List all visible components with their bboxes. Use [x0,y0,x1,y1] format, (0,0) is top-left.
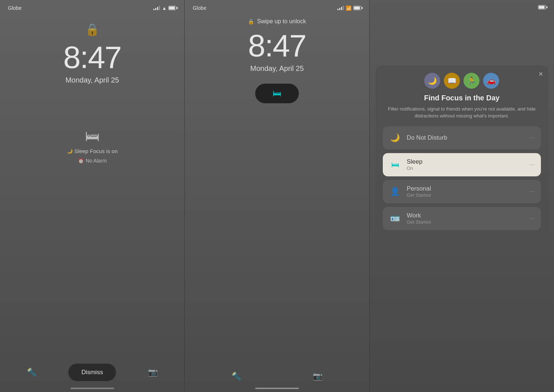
status-icons-1: ▲ [153,5,176,11]
focus-item-icon-dnd: 🌙 [389,131,402,144]
focus-item-name-dnd: Do Not Disturb [407,134,525,141]
carrier-label-1: Globe [8,5,21,11]
focus-item-name-personal: Personal [407,185,525,192]
panel-swipe-unlock: Globe 📶 🔒 Swipe up to unlock 8:47 Monday… [185,0,369,392]
focus-item-work[interactable]: 🪪 Work Get Started ··· [383,207,541,230]
focus-icon-dnd[interactable]: 🌙 [424,73,440,89]
focus-item-sub-sleep: On [407,165,525,171]
status-icons-3 [538,5,546,9]
focus-item-more-sleep[interactable]: ··· [530,161,535,168]
focus-item-text-sleep: Sleep On [407,158,525,171]
date-display-1: Monday, April 25 [65,76,119,84]
flashlight-icon-2[interactable]: 🔦 [232,372,241,381]
close-button[interactable]: ✕ [538,71,543,77]
battery-icon-2 [353,6,361,10]
home-indicator-1 [71,388,114,389]
moon-icon-1: 🌙 [67,148,73,154]
camera-icon-2[interactable]: 📷 [313,372,322,381]
alarm-label: ⏰ No Alarm [78,158,107,164]
bottom-bar-2: 🔦 📷 [185,372,369,381]
sleep-section: 🛏 🌙 Sleep Focus is on ⏰ No Alarm [67,128,118,164]
panel-lock-screen: Globe ▲ 🔒 8:47 Monday, April 25 🛏 🌙 Slee… [0,0,184,392]
status-icons-2: 📶 [337,5,361,11]
focus-item-icon-work: 🪪 [389,212,402,225]
focus-item-text-dnd: Do Not Disturb [407,134,525,141]
swipe-unlock-label: 🔒 Swipe up to unlock [248,18,306,25]
status-bar-1: Globe ▲ [0,0,184,11]
focus-list: 🌙 Do Not Disturb ··· 🛏 Sleep On ··· 👤 [383,126,541,235]
focus-item-more-personal[interactable]: ··· [530,188,535,195]
battery-icon-3 [538,5,546,9]
bed-icon-1: 🛏 [85,128,100,144]
wifi-icon-2: 📶 [346,5,352,11]
focus-item-sleep[interactable]: 🛏 Sleep On ··· [383,153,541,176]
home-indicator-2 [255,388,299,389]
lock-icon-1: 🔒 [85,23,100,36]
wifi-icon-1: ▲ [162,5,166,11]
focus-item-dnd[interactable]: 🌙 Do Not Disturb ··· [383,126,541,149]
signal-icon-2 [337,6,344,10]
focus-item-icon-personal: 👤 [389,185,402,198]
focus-mode-icons-row: 🌙 📖 🏃 🚗 [383,73,541,89]
dismiss-button[interactable]: Dismiss [68,364,116,381]
focus-card: ✕ 🌙 📖 🏃 🚗 Find Focus in the Day Filter n… [376,65,548,235]
alarm-icon: ⏰ [78,158,84,164]
bed-icon-toggle: 🛏 [273,88,281,99]
bottom-bar-1: 🔦 Dismiss 📷 [0,364,184,381]
focus-item-name-sleep: Sleep [407,158,525,165]
sleep-toggle-pill[interactable]: 🛏 [255,84,299,103]
focus-item-sub-work: Get Started [407,219,525,225]
lock-icon-2: 🔒 [248,19,254,24]
focus-item-more-dnd[interactable]: ··· [530,134,535,141]
focus-item-text-work: Work Get Started [407,212,525,225]
camera-icon-1[interactable]: 📷 [148,368,158,377]
focus-item-sub-personal: Get Started [407,192,525,198]
focus-item-more-work[interactable]: ··· [530,215,535,222]
focus-card-desc: Filter notifications, signal to friends … [383,106,541,120]
sleep-toggle-inner: 🛏 [261,87,293,100]
focus-card-title: Find Focus in the Day [383,94,541,102]
focus-item-icon-sleep: 🛏 [389,158,402,171]
status-bar-3 [370,0,554,9]
focus-icon-book[interactable]: 📖 [444,73,460,89]
focus-item-personal[interactable]: 👤 Personal Get Started ··· [383,180,541,203]
sleep-focus-label: 🌙 Sleep Focus is on [67,148,118,154]
battery-icon-1 [168,6,176,10]
time-display-1: 8:47 [63,39,121,75]
signal-icon-1 [153,6,160,10]
focus-icon-car[interactable]: 🚗 [483,73,499,89]
time-display-2: 8:47 [248,28,306,64]
focus-item-name-work: Work [407,212,525,219]
flashlight-icon-1[interactable]: 🔦 [27,368,37,377]
date-display-2: Monday, April 25 [250,64,304,73]
focus-icon-run[interactable]: 🏃 [463,73,479,89]
carrier-label-2: Globe [193,5,206,11]
status-bar-2: Globe 📶 [185,0,369,11]
focus-item-text-personal: Personal Get Started [407,185,525,198]
panel-focus-menu: ✕ 🌙 📖 🏃 🚗 Find Focus in the Day Filter n… [370,0,554,392]
